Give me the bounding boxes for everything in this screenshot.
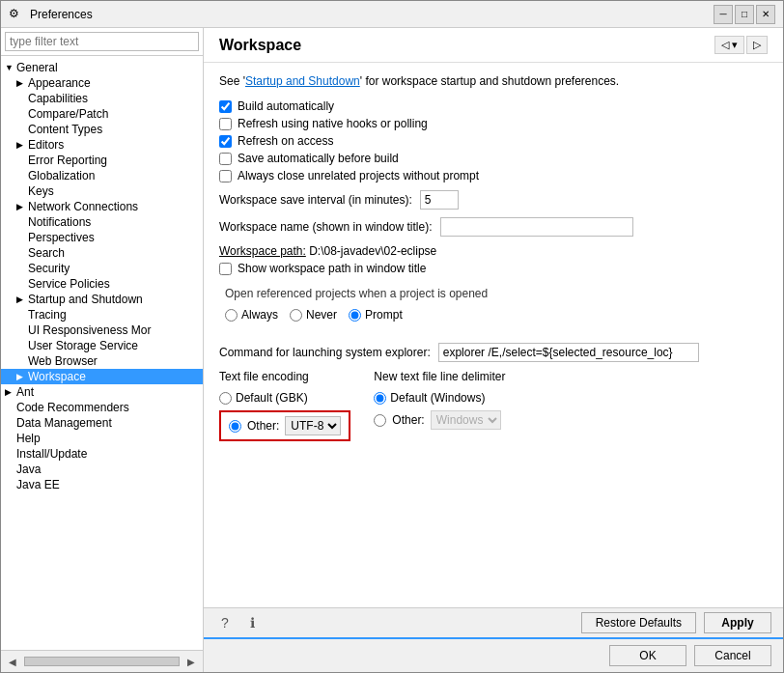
info-icon[interactable]: ℹ: [242, 613, 262, 632]
sidebar-item-web-browser[interactable]: Web Browser: [1, 353, 203, 369]
cancel-button[interactable]: Cancel: [694, 645, 771, 666]
bottom-bar: OK Cancel: [204, 637, 783, 672]
restore-defaults-button[interactable]: Restore Defaults: [581, 612, 696, 633]
delimiter-default-row: Default (Windows): [374, 391, 505, 405]
title-bar: ⚙ Preferences ─ □ ✕: [1, 1, 783, 28]
sidebar-item-error-reporting[interactable]: Error Reporting: [1, 153, 203, 168]
encoding-other-box: Other: UTF-8: [219, 410, 350, 441]
radio-always[interactable]: [225, 309, 238, 322]
sidebar-item-code-recommenders[interactable]: Code Recommenders: [1, 400, 203, 415]
encoding-default-label: Default (GBK): [236, 391, 308, 405]
sidebar-item-capabilities[interactable]: Capabilities: [1, 91, 203, 106]
sidebar-item-appearance[interactable]: ▶ Appearance: [1, 75, 203, 91]
expand-icon: [16, 94, 26, 103]
delimiter-other-radio[interactable]: [374, 414, 386, 427]
filter-input[interactable]: [5, 32, 199, 51]
sidebar-forward-btn[interactable]: ▶: [182, 653, 201, 670]
expand-icon: ▶: [16, 372, 26, 381]
sidebar-item-globalization[interactable]: Globalization: [1, 168, 203, 183]
save-interval-input[interactable]: [420, 190, 459, 210]
encoding-default-radio[interactable]: [219, 392, 232, 405]
ok-button[interactable]: OK: [609, 645, 686, 666]
tree: ▼ General ▶ Appearance Capabilities Comp…: [1, 56, 203, 650]
sidebar-item-workspace[interactable]: ▶ Workspace: [1, 369, 203, 384]
sidebar-item-tracing[interactable]: Tracing: [1, 307, 203, 322]
sidebar-item-ant[interactable]: ▶ Ant: [1, 384, 203, 400]
expand-icon: [5, 418, 14, 428]
page-title: Workspace: [219, 37, 301, 54]
expand-icon: [16, 341, 26, 351]
encoding-other-radio[interactable]: [229, 420, 241, 433]
delimiter-select[interactable]: Windows: [431, 410, 501, 430]
close-unrelated-label: Always close unrelated projects without …: [238, 169, 479, 182]
minimize-button[interactable]: ─: [714, 5, 733, 24]
back-button[interactable]: ◁ ▾: [714, 36, 744, 54]
sidebar-item-label: Java: [16, 463, 41, 476]
sidebar-item-general[interactable]: ▼ General: [1, 60, 203, 75]
action-bar-right: Restore Defaults Apply: [581, 612, 771, 633]
maximize-button[interactable]: □: [735, 5, 754, 24]
radio-prompt[interactable]: [349, 309, 361, 322]
encoding-default-row: Default (GBK): [219, 391, 350, 405]
sidebar-item-help[interactable]: Help: [1, 431, 203, 446]
text-encoding-title: Text file encoding: [219, 370, 350, 383]
encoding-select[interactable]: UTF-8: [285, 416, 341, 435]
preferences-window: ⚙ Preferences ─ □ ✕ ▼ General ▶ Appearan…: [0, 0, 784, 673]
sidebar-item-service-policies[interactable]: Service Policies: [1, 276, 203, 292]
apply-button[interactable]: Apply: [704, 612, 771, 633]
refresh-access-checkbox[interactable]: [219, 135, 232, 148]
sidebar-item-data-management[interactable]: Data Management: [1, 415, 203, 431]
delimiter-default-radio[interactable]: [374, 392, 386, 405]
sidebar-item-notifications[interactable]: Notifications: [1, 214, 203, 230]
startup-shutdown-link[interactable]: Startup and Shutdown: [245, 74, 360, 88]
sidebar-item-compare-patch[interactable]: Compare/Patch: [1, 106, 203, 122]
forward-button[interactable]: ▷: [746, 36, 768, 54]
sidebar-item-install-update[interactable]: Install/Update: [1, 446, 203, 462]
show-path-checkbox[interactable]: [219, 263, 232, 275]
sidebar-item-label: Appearance: [28, 76, 91, 90]
sidebar-back-btn[interactable]: ◀: [3, 653, 22, 670]
radio-never-label: Never: [290, 308, 337, 322]
radio-always-text: Always: [241, 308, 278, 322]
close-unrelated-row: Always close unrelated projects without …: [219, 169, 768, 182]
sidebar-item-perspectives[interactable]: Perspectives: [1, 230, 203, 245]
expand-icon: [16, 279, 26, 289]
sidebar-item-content-types[interactable]: Content Types: [1, 122, 203, 137]
expand-icon: [5, 480, 14, 490]
window-title: Preferences: [30, 8, 714, 21]
description-post: ' for workspace startup and shutdown pre…: [360, 74, 619, 88]
build-auto-checkbox[interactable]: [219, 100, 232, 113]
sidebar-item-user-storage[interactable]: User Storage Service: [1, 338, 203, 353]
workspace-name-input[interactable]: [440, 217, 633, 237]
radio-never[interactable]: [290, 309, 302, 322]
sidebar-item-keys[interactable]: Keys: [1, 183, 203, 199]
save-auto-checkbox[interactable]: [219, 153, 232, 165]
sidebar-item-editors[interactable]: ▶ Editors: [1, 137, 203, 153]
sidebar-item-startup-shutdown[interactable]: ▶ Startup and Shutdown: [1, 292, 203, 307]
build-auto-row: Build automatically: [219, 99, 768, 113]
sidebar-item-label: Compare/Patch: [28, 107, 108, 121]
sidebar-item-label: Startup and Shutdown: [28, 293, 143, 306]
refresh-native-checkbox[interactable]: [219, 118, 232, 130]
sidebar-item-ui-responsiveness[interactable]: UI Responsiveness Mor: [1, 322, 203, 338]
sidebar-item-label: Perspectives: [28, 231, 95, 244]
cmd-row: Command for launching system explorer:: [219, 343, 768, 362]
sidebar-item-java[interactable]: Java: [1, 462, 203, 477]
cmd-input[interactable]: [438, 343, 699, 362]
sidebar-item-search[interactable]: Search: [1, 245, 203, 261]
sidebar-item-security[interactable]: Security: [1, 261, 203, 276]
expand-icon: [5, 449, 14, 459]
close-unrelated-checkbox[interactable]: [219, 170, 232, 182]
save-auto-label: Save automatically before build: [238, 152, 399, 165]
close-button[interactable]: ✕: [756, 5, 775, 24]
expand-icon: [16, 155, 26, 165]
radio-never-text: Never: [306, 308, 337, 322]
expand-icon: [16, 356, 26, 366]
line-delimiter-col: New text file line delimiter Default (Wi…: [374, 370, 505, 441]
sidebar-item-network-connections[interactable]: ▶ Network Connections: [1, 199, 203, 214]
delimiter-other-label: Other:: [392, 413, 424, 427]
expand-icon: [16, 248, 26, 258]
help-icon[interactable]: ?: [215, 613, 235, 632]
build-auto-label: Build automatically: [238, 99, 334, 113]
sidebar-item-java-ee[interactable]: Java EE: [1, 477, 203, 492]
